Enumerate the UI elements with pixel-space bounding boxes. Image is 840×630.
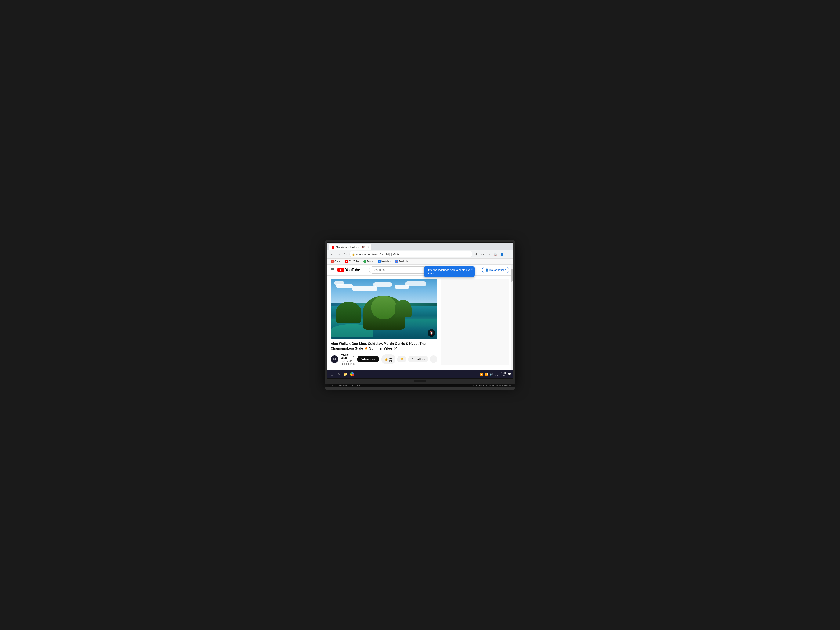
island-hill	[371, 296, 396, 319]
youtube-logo-icon	[338, 268, 344, 272]
taskbar-sound-icon[interactable]: 🔊	[490, 373, 493, 376]
youtube-favicon: ▶	[345, 260, 348, 263]
laptop-bottom-bezel	[327, 379, 513, 384]
tab-title: Alan Walker, Dua Lipa, Coldi	[336, 246, 361, 248]
channel-info: Magic Club ✓ 2,51 M de subscritores	[341, 353, 355, 365]
dislike-button[interactable]: 👎	[397, 356, 406, 362]
tab-bar: Alan Walker, Dua Lipa, Coldi 🔇 ✕ +	[327, 243, 513, 250]
youtube-logo-lang: PT	[361, 270, 364, 272]
taskbar-chrome[interactable]	[349, 371, 355, 377]
youtube-header: ☰ YouTube PT 🔍 👤 Iniciar sessão	[327, 265, 513, 276]
bookmarks-bar: M Gmail ▶ YouTube 📍 Maps N Notícias 🔖	[327, 259, 513, 265]
laptop-base	[325, 387, 515, 390]
share-button[interactable]: ↗ Partilhar	[408, 356, 428, 362]
taskbar-start-button[interactable]: ⊞	[329, 371, 335, 377]
signin-icon: 👤	[485, 268, 489, 272]
forward-button[interactable]: →	[336, 251, 342, 257]
bookmark-youtube-label: YouTube	[349, 260, 359, 263]
caption-tooltip-close-button[interactable]: ×	[471, 268, 473, 271]
new-tab-button[interactable]: +	[371, 244, 377, 250]
video-meta: M Magic Club ✓ 2,51 M de subscritores Su…	[331, 353, 437, 365]
tab-favicon	[332, 246, 335, 248]
bookmark-maps[interactable]: 📍 Maps	[362, 259, 375, 263]
bookmark-traduzir-label: Traduzir	[399, 260, 408, 263]
youtube-logo[interactable]: YouTube PT	[338, 268, 364, 272]
youtube-menu-button[interactable]: ☰	[331, 268, 334, 272]
caption-tooltip: Obtenha legendas para o áudio e o vídeo.…	[424, 266, 475, 277]
youtube-logo-text: YouTube	[345, 268, 360, 272]
taskbar: ⊞ ⧉ 📁 🔼 📶 🔊 22:12 20/11/2023 💬	[327, 371, 513, 378]
download-button[interactable]: ⬇	[473, 251, 479, 257]
screenshot-button[interactable]: ✂	[480, 251, 486, 257]
taskbar-notification-icon[interactable]: 🔼	[480, 373, 483, 376]
lock-icon: 🔒	[352, 253, 355, 256]
bookmark-youtube[interactable]: ▶ YouTube	[344, 259, 361, 263]
menu-button[interactable]: ⋮	[505, 251, 511, 257]
video-mute-button[interactable]: 🔇	[428, 329, 435, 337]
taskbar-time-text: 22:12	[495, 372, 506, 374]
like-icon: 👍	[384, 358, 388, 361]
channel-avatar[interactable]: M	[331, 355, 338, 363]
subscribe-button[interactable]: Subscrever	[357, 356, 379, 362]
youtube-page: Obtenha legendas para o áudio e o vídeo.…	[327, 265, 513, 371]
channel-subscribers: 2,51 M de subscritores	[341, 360, 355, 365]
share-label: Partilhar	[415, 358, 425, 361]
traduzir-favicon: 🔖	[395, 260, 398, 263]
surround-text: Virtual SurroundSound	[473, 384, 511, 387]
left-island	[336, 302, 362, 323]
video-player[interactable]: 🔇	[331, 279, 437, 339]
video-thumbnail	[331, 279, 437, 339]
browser-action-buttons: ⬇ ✂ ☆ 📖 👤 ⋮	[473, 251, 511, 257]
chrome-icon	[350, 372, 354, 376]
bookmark-noticias[interactable]: N Notícias	[376, 259, 392, 263]
url-input[interactable]	[356, 253, 470, 256]
refresh-button[interactable]: ↻	[343, 251, 349, 257]
taskbar-clock[interactable]: 22:12 20/11/2023	[495, 372, 506, 377]
profile-button[interactable]: 👤	[499, 251, 505, 257]
laptop-base-area: DOLBY HOME THEATER Virtual SurroundSound	[325, 384, 515, 387]
youtube-main-content: 🔇 Alan Walker, Dua Lipa, Coldplay, Marti…	[331, 279, 437, 365]
youtube-signin-button[interactable]: 👤 Iniciar sessão	[482, 267, 509, 273]
youtube-content: 🔇 Alan Walker, Dua Lipa, Coldplay, Marti…	[327, 276, 513, 369]
dolby-text: DOLBY HOME THEATER	[329, 384, 361, 387]
bookmark-gmail[interactable]: M Gmail	[329, 259, 343, 263]
cloud-2	[334, 281, 344, 284]
video-title: Alan Walker, Dua Lipa, Coldplay, Martin …	[331, 341, 437, 351]
more-actions-button[interactable]: ⋯	[430, 355, 437, 363]
taskbar-file-explorer[interactable]: 📁	[343, 371, 349, 377]
channel-avatar-letter: M	[333, 358, 336, 361]
bookmark-noticias-label: Notícias	[382, 260, 391, 263]
taskbar-notification-bell[interactable]: 💬	[508, 373, 511, 376]
signin-label: Iniciar sessão	[489, 268, 506, 272]
channel-name-text: Magic Club	[341, 353, 352, 360]
youtube-header-right: 👤 Iniciar sessão	[482, 267, 509, 273]
taskbar-task-view[interactable]: ⧉	[336, 371, 342, 377]
start-icon: ⊞	[331, 372, 333, 376]
share-icon: ↗	[411, 358, 414, 361]
cloud-4	[373, 283, 392, 287]
browser-controls: ← → ↻ 🔒 ⬇ ✂ ☆ 📖 👤 ⋮	[327, 250, 513, 259]
cloud-6	[405, 281, 426, 286]
like-button[interactable]: 👍 18 mil	[382, 354, 396, 364]
reader-button[interactable]: 📖	[493, 251, 498, 257]
gmail-favicon: M	[331, 260, 334, 263]
tab-mute-icon[interactable]: 🔇	[362, 246, 365, 248]
youtube-sidebar	[441, 279, 509, 365]
dislike-icon: 👎	[400, 358, 404, 361]
active-tab[interactable]: Alan Walker, Dua Lipa, Coldi 🔇 ✕	[329, 244, 371, 250]
scrollbar-thumb[interactable]	[511, 269, 513, 281]
video-actions: 👍 18 mil 👎 ↗ Partilhar ⋯	[382, 354, 437, 364]
back-button[interactable]: ←	[329, 251, 335, 257]
star-button[interactable]: ☆	[486, 251, 492, 257]
laptop-notch	[414, 380, 426, 382]
channel-verified-icon: ✓	[352, 355, 355, 358]
cloud-3	[352, 286, 377, 291]
bookmark-traduzir[interactable]: 🔖 Traduzir	[393, 259, 410, 263]
scrollbar-track[interactable]	[511, 265, 513, 371]
taskbar-right: 🔼 📶 🔊 22:12 20/11/2023 💬	[480, 372, 511, 377]
tab-close-button[interactable]: ✕	[367, 246, 369, 248]
caption-tooltip-text: Obtenha legendas para o áudio e o vídeo.	[427, 268, 470, 275]
channel-name-row: Magic Club ✓	[341, 353, 355, 360]
address-bar[interactable]: 🔒	[349, 251, 472, 257]
noticias-favicon: N	[378, 260, 381, 263]
